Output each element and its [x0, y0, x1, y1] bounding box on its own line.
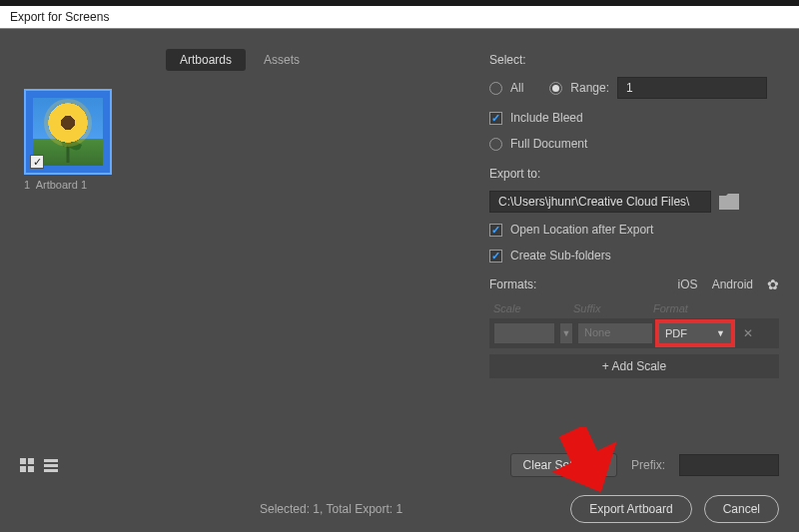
checkbox-subfolders[interactable]	[489, 250, 502, 263]
gear-icon[interactable]: ✿	[767, 276, 779, 292]
artboard-checkbox[interactable]: ✓	[30, 155, 44, 169]
status-text: Selected: 1, Total Export: 1	[260, 502, 402, 516]
add-scale-button[interactable]: + Add Scale	[489, 354, 779, 378]
clear-selection-button[interactable]: Clear Selection	[510, 453, 617, 477]
artboard-thumbnail[interactable]: ✓ 1 Artboard 1	[24, 89, 114, 191]
scale-input[interactable]	[493, 322, 555, 344]
suffix-input[interactable]: None	[577, 322, 653, 344]
folder-browse-icon[interactable]	[719, 194, 739, 210]
range-input[interactable]	[617, 77, 767, 99]
format-dropdown[interactable]: PDF ▼	[657, 321, 733, 345]
prefix-input[interactable]	[679, 454, 779, 476]
chevron-down-icon: ▼	[716, 328, 725, 338]
export-path-input[interactable]	[489, 191, 711, 213]
window-title: Export for Screens	[0, 6, 799, 29]
open-after-label: Open Location after Export	[510, 223, 653, 237]
full-document-label: Full Document	[510, 137, 587, 151]
view-grid-icon[interactable]	[20, 457, 36, 473]
radio-all[interactable]	[489, 82, 502, 95]
remove-format-icon[interactable]: ✕	[737, 326, 759, 340]
radio-all-label: All	[510, 81, 523, 95]
export-to-label: Export to:	[489, 167, 779, 181]
subfolders-label: Create Sub-folders	[510, 249, 611, 263]
col-format: Format	[653, 302, 729, 314]
col-suffix: Suffix	[573, 302, 653, 314]
scale-dropdown-icon[interactable]: ▼	[559, 322, 573, 344]
col-scale: Scale	[493, 302, 573, 314]
export-artboard-button[interactable]: Export Artboard	[570, 495, 691, 523]
artboard-label: 1 Artboard 1	[24, 179, 114, 191]
include-bleed-label: Include Bleed	[510, 111, 583, 125]
tab-artboards[interactable]: Artboards	[166, 49, 246, 71]
cancel-button[interactable]: Cancel	[704, 495, 779, 523]
radio-range[interactable]	[549, 82, 562, 95]
formats-label: Formats:	[489, 277, 536, 291]
checkbox-open-after[interactable]	[489, 224, 502, 237]
view-list-icon[interactable]	[44, 457, 60, 473]
radio-range-label: Range:	[570, 81, 609, 95]
preset-ios[interactable]: iOS	[678, 277, 698, 291]
radio-full-document[interactable]	[489, 138, 502, 151]
checkbox-include-bleed[interactable]	[489, 112, 502, 125]
format-row: ▼ None PDF ▼ ✕	[489, 318, 779, 348]
tab-assets[interactable]: Assets	[250, 49, 314, 71]
preset-android[interactable]: Android	[712, 277, 753, 291]
prefix-label: Prefix:	[631, 458, 665, 472]
select-label: Select:	[489, 53, 779, 67]
